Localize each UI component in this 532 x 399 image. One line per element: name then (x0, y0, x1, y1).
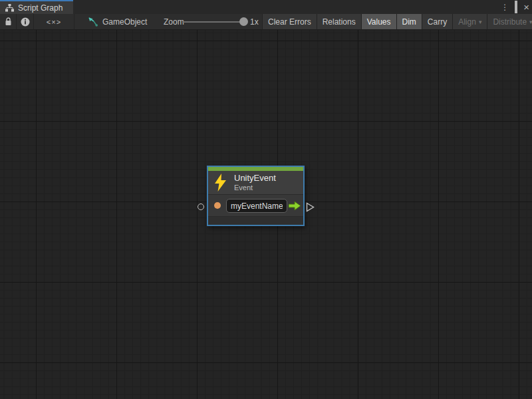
flow-output-arrow-icon[interactable] (289, 201, 301, 211)
string-input-port[interactable] (214, 202, 221, 209)
node-footer (208, 216, 303, 225)
node-subtitle: Event (234, 184, 253, 192)
node-ports-row (208, 194, 303, 216)
graph-hierarchy-icon (5, 4, 14, 12)
trigger-input-port[interactable] (198, 203, 204, 210)
carry-toggle[interactable]: Carry (422, 14, 453, 29)
zoom-slider-track[interactable] (182, 21, 245, 23)
titlebar: Script Graph ⋮ × (0, 0, 532, 14)
distribute-dropdown[interactable]: Distribute ▾ (487, 14, 532, 29)
info-icon (21, 17, 30, 27)
relations-toggle[interactable]: Relations (317, 14, 362, 29)
graph-owner-reference[interactable]: GameObject (88, 14, 147, 29)
dim-toggle[interactable]: Dim (397, 14, 422, 29)
chevron-down-icon: ▾ (529, 19, 532, 25)
values-toggle[interactable]: Values (362, 14, 397, 29)
window-menu-icon[interactable]: ⋮ (501, 3, 509, 11)
code-preview-button[interactable]: <×> (34, 14, 74, 29)
graph-canvas[interactable]: UnityEvent Event (0, 30, 532, 399)
node-title: UnityEvent (234, 173, 276, 183)
lock-button[interactable] (0, 14, 17, 29)
chevron-down-icon: ▾ (479, 19, 482, 25)
lock-icon (5, 17, 12, 26)
trigger-output-port[interactable] (306, 202, 315, 212)
tab-title: Script Graph (18, 3, 63, 13)
event-name-input[interactable] (226, 199, 287, 213)
clear-errors-button[interactable]: Clear Errors (263, 14, 317, 29)
unity-event-node[interactable]: UnityEvent Event (207, 166, 305, 226)
lightning-bolt-icon (214, 174, 227, 192)
zoom-label: Zoom (164, 14, 184, 29)
graph-owner-label: GameObject (102, 17, 147, 27)
node-header[interactable]: UnityEvent Event (208, 171, 303, 194)
script-graph-asset-icon (88, 17, 98, 27)
unity-script-graph-window: { "tab": { "title": "Script Graph" }, "w… (0, 0, 532, 399)
zoom-value: 1x (250, 14, 259, 29)
window-controls: ⋮ × (501, 0, 529, 14)
tab-script-graph[interactable]: Script Graph (0, 0, 73, 14)
align-dropdown[interactable]: Align ▾ (453, 14, 487, 29)
toolbar: <×> GameObject Zoom 1x Clear Errors Rela… (0, 14, 532, 30)
close-icon[interactable]: × (523, 2, 529, 12)
maximize-icon[interactable] (515, 3, 517, 11)
zoom-slider-handle[interactable] (239, 17, 248, 26)
toolbar-buttons: Clear Errors Relations Values Dim Carry … (262, 14, 532, 29)
info-button[interactable] (17, 14, 34, 29)
